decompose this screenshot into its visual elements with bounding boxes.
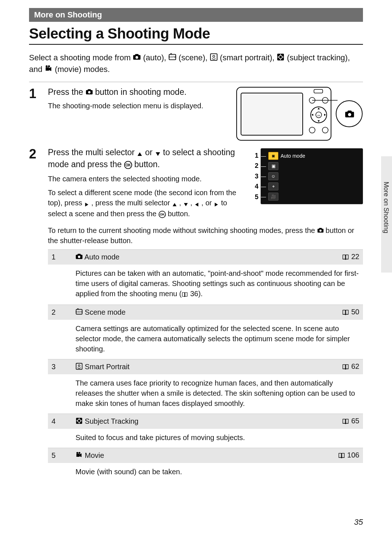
ok-button-icon — [124, 160, 132, 171]
auto-mode-icon — [86, 88, 93, 96]
svg-point-22 — [322, 127, 328, 133]
step-1-description: The shooting-mode selection menu is disp… — [48, 101, 227, 111]
page-reference: 62 — [323, 359, 363, 374]
mode-index: 4 — [48, 414, 72, 429]
svg-rect-25 — [314, 89, 323, 93]
manual-page: More on Shooting Selecting a Shooting Mo… — [0, 0, 392, 540]
menu-smart-icon: ☺ — [268, 172, 278, 180]
page-number: 35 — [354, 517, 363, 527]
auto-mode-icon — [317, 227, 324, 234]
right-arrow-icon — [214, 198, 219, 209]
camera-back-illustration: OK — [236, 86, 363, 141]
mode-name: Smart Portrait — [72, 359, 323, 374]
leader-line: — — [261, 153, 266, 159]
book-icon — [342, 418, 349, 426]
page-reference: 106 — [323, 448, 363, 463]
mode-index: 2 — [48, 305, 72, 320]
left-arrow-icon — [194, 198, 199, 209]
step-2: 2 Press the multi selector or to select … — [29, 147, 363, 482]
mode-row-desc: Movie (with sound) can be taken. — [48, 463, 363, 482]
mode-row-header: 5 Movie 106 — [48, 448, 363, 463]
shooting-modes-table: 1 Auto mode 22Pictures can be taken with… — [48, 249, 363, 482]
menu-selected-label: Auto mode — [281, 153, 361, 159]
movie-mode-icon — [45, 65, 53, 73]
mode-name: Scene mode — [72, 305, 323, 320]
page-reference: 65 — [323, 414, 363, 429]
intro-paragraph: Select a shooting mode from (auto), (sce… — [29, 52, 363, 75]
book-icon — [342, 309, 349, 317]
subject-icon — [75, 417, 83, 424]
menu-auto-icon: ◙ — [268, 152, 278, 160]
step-2-p1: The camera enters the selected shooting … — [48, 174, 245, 184]
mode-description: Pictures can be taken with an automatic,… — [72, 265, 363, 305]
smart-icon — [75, 363, 83, 370]
mode-name: Movie — [72, 448, 323, 463]
book-icon — [342, 253, 349, 262]
section-header: More on Shooting — [29, 8, 363, 22]
mode-name: Subject Tracking — [72, 414, 323, 429]
scene-mode-icon — [168, 53, 176, 61]
mode-row-desc: Camera settings are automatically optimi… — [48, 320, 363, 359]
mode-description: Camera settings are automatically optimi… — [72, 320, 363, 359]
down-arrow-icon — [183, 198, 188, 209]
menu-scene-icon: ▣ — [268, 162, 278, 170]
step-1: 1 Press the button in shooting mode. The… — [29, 86, 363, 141]
mode-row-header: 4 Subject Tracking 65 — [48, 414, 363, 429]
book-icon — [342, 363, 349, 371]
book-icon — [338, 452, 345, 460]
mode-name: Auto mode — [72, 249, 323, 265]
divider — [29, 82, 363, 82]
step-1-title: Press the button in shooting mode. — [48, 86, 227, 98]
step-2-title: Press the multi selector or to select a … — [48, 147, 245, 171]
mode-menu-screenshot: 1 2 3 4 5 —◙Auto mode —▣ —☺ —⌖ —🎥 — [254, 148, 363, 223]
right-arrow-icon — [84, 198, 89, 209]
mode-description: The camera uses face priority to recogni… — [72, 374, 363, 414]
movie-icon — [75, 451, 83, 459]
up-arrow-icon — [172, 198, 177, 209]
menu-subject-icon: ⌖ — [268, 182, 278, 190]
callout-num: 3 — [255, 171, 258, 181]
svg-point-21 — [309, 127, 315, 133]
smart-portrait-icon — [210, 53, 218, 61]
mode-row-desc: The camera uses face priority to recogni… — [48, 374, 363, 414]
svg-rect-17 — [241, 93, 303, 135]
up-arrow-icon — [137, 148, 143, 159]
mode-description: Suited to focus and take pictures of mov… — [72, 429, 363, 448]
step-number: 2 — [29, 147, 41, 482]
mode-row-header: 2 Scene mode 50 — [48, 305, 363, 320]
mode-index: 3 — [48, 359, 72, 374]
callout-num: 4 — [255, 181, 258, 192]
mode-row-desc: Suited to focus and take pictures of mov… — [48, 429, 363, 448]
auto-mode-icon — [133, 53, 141, 61]
scene-icon — [75, 308, 83, 315]
mode-index: 1 — [48, 249, 72, 265]
title-rule — [29, 44, 363, 45]
subject-tracking-icon — [277, 53, 285, 61]
step-2-p2: To select a different scene mode (the se… — [48, 188, 245, 219]
page-reference: 50 — [323, 305, 363, 320]
book-icon — [181, 289, 188, 299]
mode-row-header: 1 Auto mode 22 — [48, 249, 363, 265]
ok-button-icon — [159, 209, 166, 219]
menu-movie-icon: 🎥 — [268, 193, 278, 201]
mode-row-header: 3 Smart Portrait 62 — [48, 359, 363, 374]
side-tab-label: More on Shooting — [382, 182, 390, 233]
callout-num: 2 — [255, 161, 258, 171]
mode-description: Movie (with sound) can be taken. — [72, 463, 363, 482]
down-arrow-icon — [155, 148, 161, 159]
callout-num: 1 — [255, 150, 258, 161]
page-reference: 22 — [323, 249, 363, 265]
mode-index: 5 — [48, 448, 72, 463]
mode-row-desc: Pictures can be taken with an automatic,… — [48, 265, 363, 305]
callout-num: 5 — [255, 192, 258, 202]
step-number: 1 — [29, 86, 41, 141]
auto-icon — [75, 253, 83, 260]
page-title: Selecting a Shooting Mode — [29, 25, 363, 42]
svg-text:OK: OK — [317, 114, 320, 117]
step-2-p3: To return to the current shooting mode w… — [48, 225, 363, 246]
